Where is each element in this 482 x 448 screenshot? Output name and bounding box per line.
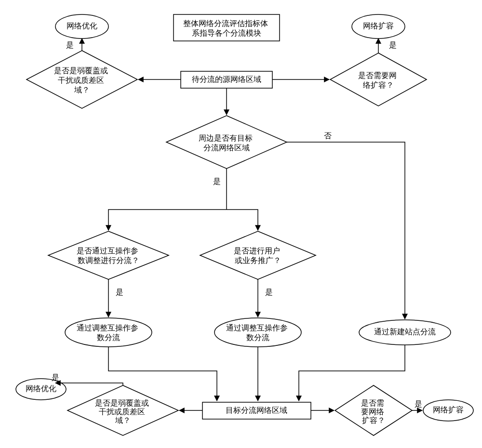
edge-newsite-to-target bbox=[299, 345, 405, 401]
label-yes-2: 是 bbox=[389, 41, 397, 49]
node-action-adjust2: 通过调整互操作参 数分流 bbox=[214, 318, 301, 347]
node-source-area: 待分流的源网络区域 bbox=[181, 71, 272, 88]
node-weak-coverage-bottom: 是否是弱覆盖或 干扰或质差区 域？ bbox=[67, 385, 178, 435]
svg-text:网络优化: 网络优化 bbox=[26, 384, 56, 393]
svg-text:通过新建站点分流: 通过新建站点分流 bbox=[374, 328, 436, 336]
label-yes-1: 是 bbox=[66, 41, 74, 49]
label-yes-3: 是 bbox=[213, 177, 221, 185]
label-yes-7: 是 bbox=[415, 400, 422, 408]
svg-marker-14 bbox=[48, 231, 169, 279]
node-need-expand-top: 是否需要网 络扩容？ bbox=[330, 53, 427, 106]
node-target-area: 目标分流网络区域 bbox=[202, 402, 311, 419]
node-action-adjust1: 通过调整互操作参 数分流 bbox=[65, 318, 152, 347]
node-interop-adjust: 是否通过互操作参 数调整进行分流？ bbox=[48, 231, 169, 279]
label-yes-6: 是 bbox=[52, 373, 59, 382]
svg-point-20 bbox=[214, 318, 301, 347]
node-network-expand-bottom: 网络扩容 bbox=[423, 400, 473, 421]
node-title-box: 整体网络分流评估指标体 系指导各个分流模块 bbox=[174, 14, 280, 41]
svg-marker-16 bbox=[200, 231, 316, 279]
flowchart-canvas: 网络优化 整体网络分流评估指标体 系指导各个分流模块 网络扩容 是否是弱覆盖或 … bbox=[0, 0, 482, 448]
svg-text:目标分流网络区域: 目标分流网络区域 bbox=[226, 406, 287, 414]
label-yes-5: 是 bbox=[265, 288, 273, 296]
node-network-expand-top: 网络扩容 bbox=[352, 14, 405, 39]
edge-near-no-to-newsite bbox=[287, 142, 405, 319]
node-network-optimize-bottom: 网络优化 bbox=[16, 379, 66, 400]
svg-point-18 bbox=[65, 318, 152, 347]
node-has-target-nearby: 周边是否有目标 分流网络区域 bbox=[166, 116, 287, 169]
svg-text:是否需
      要网络
      扩容？: 是否需 要网络 扩容？ bbox=[361, 399, 386, 424]
edge-weakbot-to-optbot bbox=[55, 383, 123, 385]
node-user-promo: 是否进行用户 或业务推广？ bbox=[200, 231, 316, 279]
label-no-1: 否 bbox=[324, 132, 332, 140]
label-yes-4: 是 bbox=[116, 288, 123, 296]
svg-text:网络扩容: 网络扩容 bbox=[433, 406, 464, 414]
node-network-optimize-top: 网络优化 bbox=[55, 14, 108, 39]
node-weak-coverage-top: 是否是弱覆盖或 干扰或质差区 域？ bbox=[27, 51, 137, 108]
svg-text:网络扩容: 网络扩容 bbox=[363, 22, 394, 30]
svg-text:待分流的源网络区域: 待分流的源网络区域 bbox=[192, 75, 261, 83]
node-need-expand-bottom: 是否需 要网络 扩容？ bbox=[335, 385, 412, 435]
svg-text:网络优化: 网络优化 bbox=[67, 22, 97, 30]
edge-split-right bbox=[227, 210, 258, 230]
edge-split-left bbox=[108, 210, 227, 230]
node-action-newsite: 通过新建站点分流 bbox=[359, 320, 451, 345]
